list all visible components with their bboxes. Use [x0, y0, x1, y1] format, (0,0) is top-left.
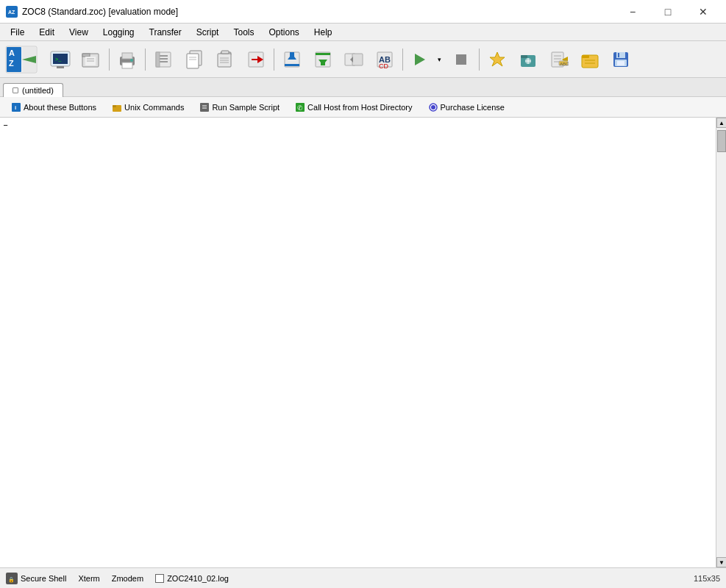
- menu-transfer[interactable]: Transfer: [142, 26, 189, 39]
- notes-button[interactable]: [575, 45, 605, 74]
- log-checkbox[interactable]: [155, 574, 164, 583]
- svg-rect-76: [617, 61, 624, 65]
- connection-status: 🔒 Secure Shell: [6, 573, 66, 584]
- svg-rect-27: [187, 54, 199, 68]
- svg-rect-69: [582, 55, 589, 58]
- maximize-button[interactable]: □: [651, 1, 685, 22]
- scroll-down-button[interactable]: ▼: [716, 557, 726, 567]
- session-tabs: (untitled): [0, 78, 726, 97]
- menu-script[interactable]: Script: [189, 26, 227, 39]
- copyto-button[interactable]: [339, 45, 369, 74]
- svg-text:ABC: ABC: [560, 62, 569, 66]
- svg-rect-25: [156, 52, 160, 67]
- open-button[interactable]: [76, 45, 106, 74]
- stop-button[interactable]: [446, 45, 476, 74]
- svg-rect-19: [122, 62, 132, 68]
- menu-help[interactable]: Help: [307, 26, 340, 39]
- svg-rect-57: [521, 55, 527, 58]
- svg-marker-53: [415, 54, 425, 65]
- az-button[interactable]: A Z: [3, 45, 40, 74]
- svg-rect-46: [316, 53, 330, 55]
- app-icon: AZ: [6, 6, 18, 18]
- session-tab-1[interactable]: (untitled): [3, 83, 63, 97]
- svg-text:i: i: [15, 104, 16, 111]
- svg-text:✆: ✆: [297, 104, 303, 112]
- title-bar: AZ ZOC8 (Standard.zoc) [evaluation mode]…: [0, 0, 726, 24]
- status-bar: 🔒 Secure Shell Xterm Zmodem ZOC2410_02.l…: [0, 567, 726, 588]
- rename-button[interactable]: AB CD: [370, 45, 399, 74]
- menu-file[interactable]: File: [3, 26, 32, 39]
- menu-edit[interactable]: Edit: [32, 26, 62, 39]
- call-host-button[interactable]: ✆ Call Host from Host Directory: [288, 101, 419, 113]
- menu-tools[interactable]: Tools: [226, 26, 261, 39]
- unix-commands-button[interactable]: Unix Commands: [105, 101, 191, 113]
- menu-options[interactable]: Options: [261, 26, 306, 39]
- emulation-status: Xterm: [78, 574, 99, 583]
- bookmark-button[interactable]: [483, 45, 512, 74]
- svg-rect-80: [113, 105, 116, 107]
- menu-view[interactable]: View: [62, 26, 96, 39]
- svg-rect-74: [618, 53, 619, 57]
- dimensions-status: 115x35: [694, 574, 720, 583]
- save-floppy-button[interactable]: [606, 45, 636, 74]
- play-dropdown-button[interactable]: ▾: [433, 45, 445, 74]
- svg-rect-18: [122, 53, 132, 59]
- log-file-status: ZOC2410_02.log: [155, 574, 229, 583]
- send-button[interactable]: [308, 45, 338, 74]
- ssh-icon: 🔒: [6, 573, 18, 584]
- editor-button[interactable]: ABC: [544, 45, 574, 74]
- run-sample-script-button[interactable]: Run Sample Script: [193, 101, 287, 113]
- minimize-button[interactable]: −: [616, 1, 650, 22]
- terminal-area[interactable]: – ▲ ▼: [0, 118, 726, 567]
- print-button[interactable]: [113, 45, 142, 74]
- connect-button[interactable]: >_: [46, 45, 75, 74]
- svg-point-87: [431, 105, 435, 110]
- title-text: AZ ZOC8 (Standard.zoc) [evaluation mode]: [6, 6, 178, 18]
- svg-rect-11: [57, 66, 64, 68]
- download-button[interactable]: [277, 45, 307, 74]
- paste-button[interactable]: [210, 45, 240, 74]
- play-button[interactable]: [406, 45, 432, 74]
- terminal-cursor: –: [3, 121, 8, 131]
- copy-button[interactable]: [179, 45, 209, 74]
- svg-text:AZ: AZ: [8, 10, 15, 15]
- cut-button[interactable]: [149, 45, 178, 74]
- toolbar: A Z >_: [0, 41, 726, 78]
- about-buttons-button[interactable]: i About these Buttons: [4, 101, 104, 113]
- menu-logging[interactable]: Logging: [96, 26, 142, 39]
- svg-rect-45: [321, 60, 325, 65]
- emulation-label: Xterm: [78, 574, 99, 583]
- phone-icon: ✆: [296, 103, 305, 112]
- svg-point-20: [130, 59, 133, 62]
- svg-rect-13: [82, 54, 90, 57]
- scroll-up-button[interactable]: ▲: [716, 118, 726, 128]
- svg-text:>_: >_: [55, 57, 62, 62]
- script-icon: [200, 103, 209, 112]
- tab-indicator: [13, 87, 18, 93]
- close-button[interactable]: ✕: [686, 1, 720, 22]
- info-icon: i: [12, 103, 21, 112]
- button-bar: i About these Buttons Unix Commands Run …: [0, 97, 726, 118]
- protocol-label: Zmodem: [112, 574, 143, 583]
- clear-button[interactable]: [241, 45, 271, 74]
- vertical-scrollbar[interactable]: ▲ ▼: [716, 118, 726, 567]
- svg-rect-48: [352, 54, 363, 65]
- purchase-license-button[interactable]: Purchase License: [421, 101, 512, 113]
- svg-text:A: A: [9, 49, 15, 57]
- svg-text:Z: Z: [9, 59, 14, 68]
- dimensions-label: 115x35: [694, 574, 720, 583]
- protocol-status: Zmodem: [112, 574, 143, 583]
- unix-commands-label: Unix Commands: [124, 103, 184, 112]
- host-dir-button[interactable]: [513, 45, 543, 74]
- tab-label: (untitled): [22, 86, 54, 95]
- call-host-label: Call Host from Host Directory: [307, 103, 412, 112]
- terminal-content: –: [3, 121, 8, 131]
- window-title: ZOC8 (Standard.zoc) [evaluation mode]: [22, 7, 178, 17]
- svg-rect-81: [200, 103, 209, 112]
- window-controls: − □ ✕: [616, 1, 720, 22]
- svg-marker-55: [490, 52, 505, 66]
- radio-icon: [429, 103, 438, 112]
- connection-label: Secure Shell: [21, 574, 66, 583]
- scroll-thumb[interactable]: [717, 130, 726, 152]
- svg-text:🔒: 🔒: [8, 576, 15, 583]
